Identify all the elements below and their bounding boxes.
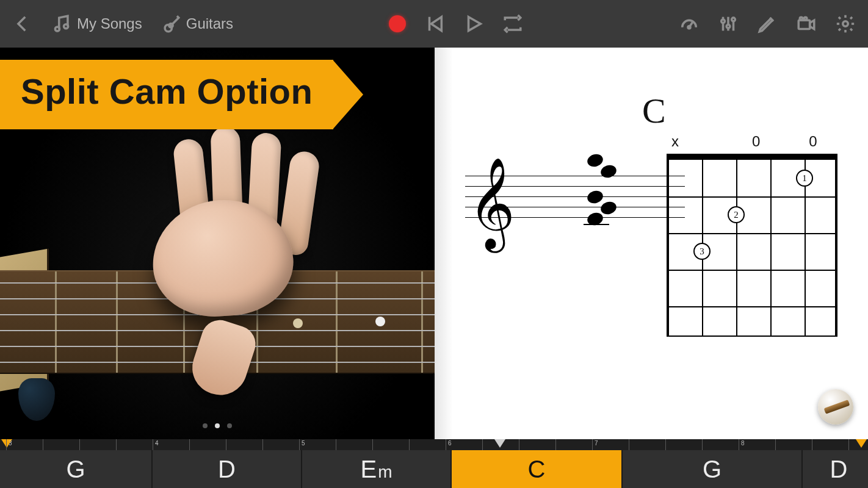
- finger-dot-1: 1: [796, 170, 813, 187]
- main-split: Split Cam Option: [0, 48, 868, 439]
- timeline-ruler[interactable]: [0, 439, 868, 450]
- record-icon: [389, 15, 406, 32]
- treble-clef-icon: 𝄞: [468, 163, 515, 243]
- finger-dot-3: 3: [693, 243, 711, 260]
- svg-point-18: [804, 17, 807, 20]
- open-marker-0: x: [671, 133, 679, 150]
- guitar-pick-icon: [18, 378, 55, 421]
- top-toolbar: My Songs Guitars: [0, 0, 868, 48]
- chord-cell-2[interactable]: Em: [302, 450, 452, 488]
- back-button[interactable]: [12, 13, 33, 34]
- feature-banner-text: Split Cam Option: [0, 60, 333, 129]
- chord-cell-3[interactable]: C: [452, 450, 623, 488]
- open-marker-3: 0: [752, 133, 760, 150]
- loop-end-handle[interactable]: [856, 439, 867, 448]
- guitars-label: Guitars: [186, 15, 233, 32]
- guitar-icon: [161, 13, 181, 34]
- chords-row: GDEmCGD: [0, 450, 868, 488]
- svg-marker-16: [810, 20, 814, 29]
- mixer-button[interactable]: [718, 13, 739, 34]
- banner-tail-shape: [333, 60, 363, 129]
- sliders-icon: [718, 13, 739, 34]
- fretboard-grid: 1 2 3: [667, 154, 837, 337]
- guitar-3d-view[interactable]: Split Cam Option: [0, 48, 435, 439]
- speedometer-icon: [679, 13, 700, 34]
- chord-label: D: [218, 456, 236, 483]
- skip-back-icon: [424, 13, 445, 34]
- edit-button[interactable]: [757, 13, 778, 34]
- svg-point-0: [55, 27, 59, 31]
- guitars-button[interactable]: Guitars: [161, 13, 233, 34]
- page-indicator[interactable]: [203, 423, 232, 428]
- notation-pane: C 𝄞 x 0 0: [435, 48, 868, 439]
- chord-label: C: [528, 456, 546, 483]
- chord-label: G: [703, 456, 722, 483]
- my-songs-label: My Songs: [77, 15, 142, 32]
- chord-cell-4[interactable]: G: [623, 450, 803, 488]
- loop-icon: [502, 13, 523, 34]
- svg-point-19: [843, 21, 848, 27]
- chevron-left-icon: [12, 13, 33, 34]
- tempo-button[interactable]: [679, 13, 700, 34]
- open-string-row: x 0 0: [671, 133, 850, 150]
- playhead-marker[interactable]: [494, 439, 505, 448]
- guitar-thumbnail-button[interactable]: [818, 389, 853, 425]
- camera-button[interactable]: [796, 13, 817, 34]
- pencil-icon: [757, 13, 778, 34]
- camera-icon: [796, 13, 817, 34]
- rewind-button[interactable]: [424, 13, 445, 34]
- chord-cell-1[interactable]: D: [153, 450, 302, 488]
- open-marker-5: 0: [809, 133, 817, 150]
- chord-cell-5[interactable]: D: [803, 450, 868, 488]
- record-button[interactable]: [389, 15, 406, 32]
- chord-timeline[interactable]: GDEmCGD: [0, 439, 868, 488]
- gear-icon: [835, 13, 856, 34]
- svg-point-14: [732, 18, 736, 21]
- chord-diagram: x 0 0 1 2 3: [667, 133, 850, 337]
- svg-point-12: [722, 20, 725, 23]
- finger-dot-2: 2: [728, 206, 745, 223]
- svg-marker-5: [431, 17, 441, 31]
- svg-point-1: [64, 24, 68, 29]
- chord-name: C: [642, 90, 666, 131]
- music-note-icon: [51, 13, 72, 34]
- feature-banner: Split Cam Option: [0, 60, 363, 129]
- hand-model: [128, 163, 324, 359]
- svg-rect-15: [798, 20, 809, 29]
- chord-sublabel: m: [378, 462, 392, 482]
- play-icon: [463, 13, 484, 34]
- chord-label: D: [830, 456, 848, 483]
- chord-label: E: [360, 456, 377, 483]
- play-button[interactable]: [463, 13, 484, 34]
- settings-button[interactable]: [835, 13, 856, 34]
- svg-point-13: [726, 24, 730, 28]
- loop-button[interactable]: [502, 13, 523, 34]
- svg-point-8: [688, 26, 690, 29]
- chord-cell-0[interactable]: G: [0, 450, 153, 488]
- chord-label: G: [66, 456, 85, 483]
- svg-marker-6: [469, 17, 481, 31]
- svg-point-17: [800, 17, 803, 20]
- my-songs-button[interactable]: My Songs: [51, 13, 142, 34]
